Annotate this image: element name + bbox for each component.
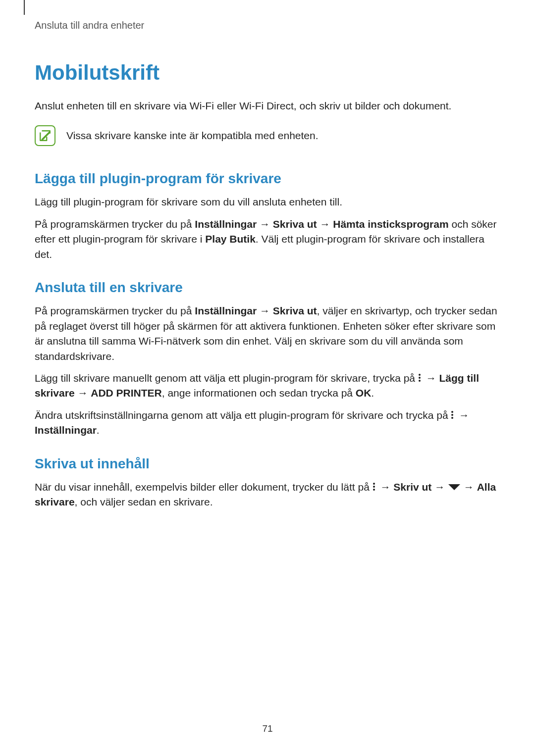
bold-text: Inställningar (195, 305, 257, 316)
breadcrumb: Ansluta till andra enheter (35, 20, 500, 31)
section1-p1: Lägg till plugin-program för skrivare so… (35, 195, 500, 209)
arrow-text: → (257, 305, 273, 316)
text: , och väljer sedan en skrivare. (75, 496, 213, 507)
text: Lägg till skrivare manuellt genom att vä… (35, 372, 418, 384)
arrow-text: → (423, 372, 439, 384)
svg-point-1 (419, 377, 421, 379)
bold-text: Skriv ut (393, 481, 431, 493)
svg-point-2 (419, 380, 421, 382)
bold-text: Skriva ut (273, 218, 317, 230)
notepad-pencil-icon (39, 129, 52, 142)
svg-point-6 (373, 483, 375, 485)
text: Ändra utskriftsinställningarna genom att… (35, 409, 451, 421)
bold-text: Inställningar (35, 424, 97, 436)
page-edge-mark (24, 0, 25, 15)
svg-point-0 (419, 374, 421, 376)
dropdown-triangle-icon (448, 484, 461, 491)
section-connect-printer: Ansluta till en skrivare På programskärm… (35, 280, 500, 438)
note-row: Vissa skrivare kanske inte är kompatibla… (35, 125, 500, 146)
bold-text: OK (356, 387, 372, 399)
page-number: 71 (0, 723, 535, 734)
svg-point-5 (451, 417, 453, 419)
text: . (371, 387, 374, 399)
section2-p1: På programskärmen trycker du på Inställn… (35, 303, 500, 364)
note-icon (35, 125, 55, 146)
text: När du visar innehåll, exempelvis bilder… (35, 481, 373, 493)
more-options-icon (418, 373, 423, 382)
arrow-text: → (431, 481, 448, 493)
section3-p1: När du visar innehåll, exempelvis bilder… (35, 480, 500, 510)
bold-text: ADD PRINTER (91, 387, 162, 399)
bold-text: Skriva ut (273, 305, 317, 316)
svg-point-4 (451, 414, 453, 416)
page-content: Ansluta till andra enheter Mobilutskrift… (0, 0, 535, 543)
svg-point-7 (373, 486, 375, 488)
section2-p3: Ändra utskriftsinställningarna genom att… (35, 408, 500, 438)
section-heading-connect: Ansluta till en skrivare (35, 280, 500, 296)
bold-text: Inställningar (195, 218, 257, 230)
section-print-content: Skriva ut innehåll När du visar innehåll… (35, 456, 500, 510)
more-options-icon (451, 410, 456, 419)
svg-point-8 (373, 489, 375, 491)
bold-text: Play Butik (205, 233, 256, 245)
section-heading-add-plugin: Lägga till plugin-program för skrivare (35, 171, 500, 187)
more-options-icon (373, 482, 377, 491)
arrow-text: → (377, 481, 394, 493)
svg-point-3 (451, 411, 453, 413)
section-heading-print: Skriva ut innehåll (35, 456, 500, 472)
intro-paragraph: Anslut enheten till en skrivare via Wi-F… (35, 99, 500, 113)
arrow-text: → (456, 409, 469, 421)
arrow-text: → (257, 218, 273, 230)
text: På programskärmen trycker du på (35, 305, 195, 316)
section-add-plugin: Lägga till plugin-program för skrivare L… (35, 171, 500, 262)
svg-marker-9 (448, 484, 460, 490)
arrow-text: → (75, 387, 91, 399)
text: . (97, 424, 100, 436)
text: , ange informationen och sedan trycka på (162, 387, 356, 399)
arrow-text: → (317, 218, 333, 230)
text: På programskärmen trycker du på (35, 218, 195, 230)
page-title: Mobilutskrift (35, 61, 500, 85)
bold-text: Hämta insticksprogram (333, 218, 448, 230)
note-text: Vissa skrivare kanske inte är kompatibla… (66, 125, 319, 143)
section1-p2: På programskärmen trycker du på Inställn… (35, 217, 500, 262)
section2-p2: Lägg till skrivare manuellt genom att vä… (35, 371, 500, 401)
arrow-text: → (461, 481, 477, 493)
